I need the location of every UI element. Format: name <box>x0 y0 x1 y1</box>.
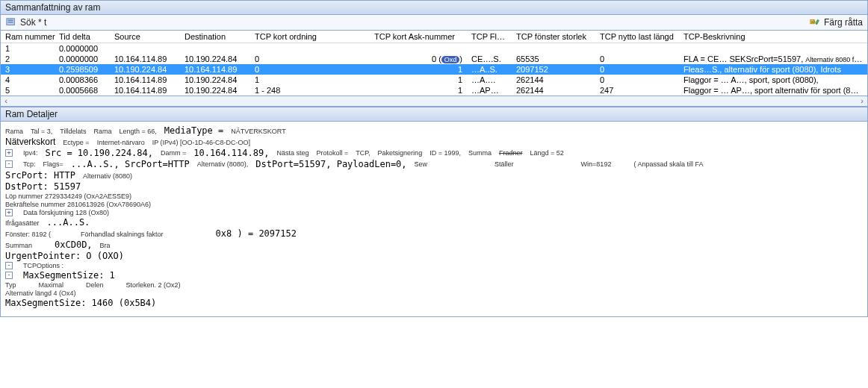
col-source[interactable]: Source <box>110 31 180 43</box>
cell: FLA = CE… SEKSrcPort=51597, Alternativ 8… <box>679 54 867 64</box>
tcp-anp: ( Anpassad skala till FA <box>633 160 703 168</box>
summary-table: Ram nummer Tid delta Source Destination … <box>1 31 867 96</box>
cell: 1 <box>250 75 370 85</box>
cell: 10.190.224.84 <box>110 64 180 75</box>
ms-stor: Storleken. 2 (Ox2) <box>126 281 181 289</box>
cell <box>370 43 467 54</box>
ms-typ: Typ <box>5 281 16 289</box>
collapse-icon[interactable]: - <box>5 160 13 168</box>
tcp-fon-r: 0x8 ) = 2097152 <box>216 228 297 239</box>
scroll-left-icon[interactable]: ‹ <box>1 96 11 106</box>
table-row[interactable]: 10.0000000 <box>1 43 867 54</box>
ipv4-summa: Summa <box>468 149 492 157</box>
lbl-ectype: Ectype = <box>63 139 89 146</box>
cell: 0 <box>595 64 679 75</box>
cell <box>250 43 370 54</box>
tcp-sew: Sew <box>415 160 428 168</box>
color-icon[interactable]: ab <box>809 16 821 28</box>
details-panel-header: Ram Detaljer <box>0 107 868 122</box>
ms-max: Maximal <box>39 281 64 289</box>
tcp-fon-l: Fönster: 8192 ( <box>5 231 51 238</box>
table-row[interactable]: 20.000000010.164.114.8910.190.224.8400 (… <box>1 54 867 64</box>
cell: 1 <box>370 64 467 75</box>
cell: 262144 <box>512 85 595 96</box>
ipv4-row[interactable]: + Ipv4: Src = 10.190.224.84, Damm = 10.1… <box>5 148 863 158</box>
col-tcp-payload[interactable]: TCP nytto last längd <box>595 31 679 43</box>
tcp-sum-l: Summan <box>5 242 32 249</box>
cell: 10.164.114.89 <box>180 64 250 75</box>
cell: 247 <box>595 85 679 96</box>
ipv4-damm: Damm = <box>161 149 186 157</box>
oxd-badge: Oxd <box>441 56 460 63</box>
cell: 0 <box>595 75 679 85</box>
lbl-tilldelats: Tilldelats <box>60 128 86 135</box>
ipv4-protoval: TCP, <box>356 149 370 157</box>
cell: 0.0000000 <box>55 54 110 64</box>
details-panel: Rama Tal = 3, Tilldelats Rama Length = 6… <box>0 122 868 317</box>
collapse-icon[interactable]: - <box>5 272 13 279</box>
tcp-srcport: SrcPort: HTTP Alternativ (8080) <box>5 170 863 181</box>
expand-icon[interactable]: + <box>5 149 13 157</box>
cell: 1 <box>370 75 467 85</box>
tcp-urg: UrgentPointer: O (OXO) <box>5 251 863 261</box>
ipv4-paket: Paketsignering <box>378 149 423 157</box>
tcp-datashift[interactable]: + Data förskjutning 128 (Ox80) <box>5 209 863 216</box>
cell: 10.190.224.84 <box>180 54 250 64</box>
tcp-lop-val: Löp nummer 2729334249 (OxA2AESSE9) <box>5 193 131 200</box>
tcp-dstport: DstPort: 51597 <box>5 181 863 192</box>
tcp-fon: Fönster: 8192 ( Förhandlad skalnings fak… <box>5 228 863 239</box>
maxseg-parts: Typ Maximal Delen Storleken. 2 (Ox2) <box>5 281 863 289</box>
tcp-options[interactable]: - TCPOptions : <box>5 262 863 269</box>
tcp-urg-val: UrgentPointer: O (OXO) <box>5 251 124 261</box>
expand-icon[interactable]: + <box>5 209 13 216</box>
tcp-flagsval: ...A..S., SrcPort=HTTP <box>71 159 190 169</box>
lbl-rama: Rama <box>5 128 23 135</box>
cell: 0.0005668 <box>55 85 110 96</box>
toolbar-left: Sök * t <box>5 16 46 28</box>
tcp-row[interactable]: - Tcp: Flags= ...A..S., SrcPort=HTTP Alt… <box>5 159 863 169</box>
col-tcp-flags[interactable]: TCP Fl… <box>467 31 512 43</box>
cell: Fleas…S., alternativ för sport (8080), I… <box>679 64 867 75</box>
tcp-bek: Bekräftelse nummer 2810613926 (OxA78690A… <box>5 201 863 208</box>
col-time-delta[interactable]: Tid delta <box>55 31 110 43</box>
scroll-right-icon[interactable]: › <box>857 96 867 106</box>
tcp-srcport-suf: Alternativ (8080) <box>83 172 132 180</box>
cell: …A..S. <box>467 64 512 75</box>
cell: Flaggor = … AP…, sport alternativ för sp… <box>679 85 867 96</box>
search-label[interactable]: Sök * t <box>20 17 46 28</box>
val-mediatype: NÄTVERKSKORT <box>231 128 285 135</box>
cell <box>512 43 595 54</box>
cell: 10.190.224.84 <box>180 75 250 85</box>
col-tcp-ack[interactable]: TCP kort Ask-nummer <box>370 31 467 43</box>
net-row: Nätverkskort Ectype = Internet-närvaro I… <box>5 137 863 147</box>
table-row[interactable]: 40.000836610.164.114.8910.190.224.8411…A… <box>1 75 867 85</box>
tcp-fon-m: Förhandlad skalnings faktor <box>81 231 164 238</box>
cell: 10.164.114.89 <box>110 54 180 64</box>
tcp-flagslbl: Flags= <box>43 160 63 168</box>
svg-rect-2 <box>8 22 13 22</box>
collapse-icon[interactable]: - <box>5 262 13 269</box>
col-tcp-seq[interactable]: TCP kort ordning <box>250 31 370 43</box>
col-frame-number[interactable]: Ram nummer <box>1 31 55 43</box>
tcp-sum: Summan 0xCD0D, Bra <box>5 240 863 250</box>
tcp-sum-m: 0xCD0D, <box>55 240 93 250</box>
table-row[interactable]: 50.000566810.164.114.8910.190.224.841 - … <box>1 85 867 96</box>
hscrollbar[interactable]: ‹ › <box>0 96 868 107</box>
table-row[interactable]: 30.259850910.190.224.8410.164.114.8901…A… <box>1 64 867 75</box>
tcp-ifr-val: ...A..S. <box>47 217 90 228</box>
color-label[interactable]: Färg råtta <box>824 17 863 28</box>
toolbar-right: ab Färg råtta <box>809 16 863 28</box>
cell: 0.0008366 <box>55 75 110 85</box>
col-destination[interactable]: Destination <box>180 31 250 43</box>
cell: 0.2598509 <box>55 64 110 75</box>
summary-table-wrap: Ram nummer Tid delta Source Destination … <box>0 31 868 96</box>
tcp-sum-r: Bra <box>100 242 111 249</box>
col-tcp-win[interactable]: TCP fönster storlek <box>512 31 595 43</box>
maxseg-row[interactable]: - MaxSegmentSize: 1 <box>5 270 863 281</box>
tcp-srcport-val: SrcPort: HTTP <box>5 170 75 181</box>
col-tcp-desc[interactable]: TCP-Beskrivning <box>679 31 867 43</box>
cell <box>595 43 679 54</box>
search-icon[interactable] <box>5 16 17 28</box>
ipv4-id: ID = 1999, <box>430 149 461 157</box>
tcp-staller: Ställer <box>495 160 514 168</box>
